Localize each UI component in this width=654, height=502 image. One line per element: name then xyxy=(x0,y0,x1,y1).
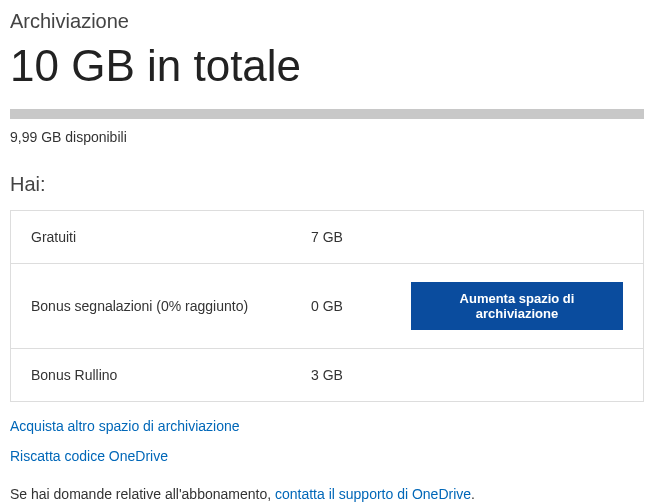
storage-breakdown-table: Gratuiti 7 GB Bonus segnalazioni (0% rag… xyxy=(10,210,644,402)
have-label: Hai: xyxy=(10,173,644,196)
row-label: Bonus segnalazioni (0% raggiunto) xyxy=(31,298,311,314)
redeem-code-link[interactable]: Riscatta codice OneDrive xyxy=(10,448,168,464)
table-row: Bonus Rullino 3 GB xyxy=(11,349,643,401)
row-action: Aumenta spazio di archiviazione xyxy=(411,282,623,330)
table-row: Bonus segnalazioni (0% raggiunto) 0 GB A… xyxy=(11,264,643,349)
footer-prefix: Se hai domande relative all'abbonamento, xyxy=(10,486,275,502)
row-value: 0 GB xyxy=(311,298,411,314)
table-row: Gratuiti 7 GB xyxy=(11,211,643,264)
contact-support-link[interactable]: contatta il supporto di OneDrive xyxy=(275,486,471,502)
footer-text: Se hai domande relative all'abbonamento,… xyxy=(10,486,644,502)
row-label: Gratuiti xyxy=(31,229,311,245)
increase-storage-button[interactable]: Aumenta spazio di archiviazione xyxy=(411,282,623,330)
total-storage: 10 GB in totale xyxy=(10,41,644,91)
footer-suffix: . xyxy=(471,486,475,502)
section-label: Archiviazione xyxy=(10,10,644,33)
available-storage: 9,99 GB disponibili xyxy=(10,129,644,145)
row-label: Bonus Rullino xyxy=(31,367,311,383)
storage-progress-bar xyxy=(10,109,644,119)
row-value: 3 GB xyxy=(311,367,411,383)
buy-more-storage-link[interactable]: Acquista altro spazio di archiviazione xyxy=(10,418,240,434)
row-value: 7 GB xyxy=(311,229,411,245)
